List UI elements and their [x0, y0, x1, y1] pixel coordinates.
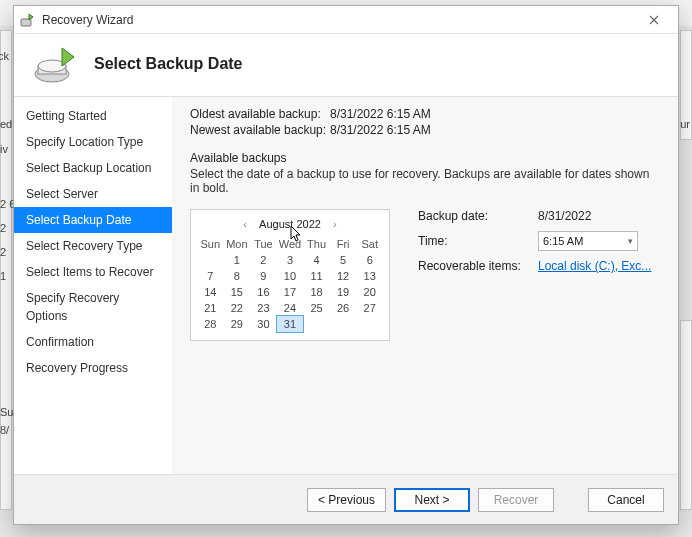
wizard-step[interactable]: Recovery Progress [14, 355, 172, 381]
calendar-day[interactable]: 30 [250, 316, 277, 332]
backup-date-label: Backup date: [418, 209, 538, 223]
recoverable-items-label: Recoverable items: [418, 259, 538, 273]
calendar-day[interactable]: 19 [330, 284, 357, 300]
calendar-day[interactable]: 26 [330, 300, 357, 316]
calendar-day[interactable]: 31 [277, 316, 304, 332]
calendar-day[interactable]: 17 [277, 284, 304, 300]
calendar-day[interactable]: 20 [356, 284, 383, 300]
window-title: Recovery Wizard [42, 13, 133, 27]
wizard-main-panel: Oldest available backup: 8/31/2022 6:15 … [172, 97, 678, 474]
wizard-step[interactable]: Specify Recovery Options [14, 285, 172, 329]
bg-text: 2 [0, 246, 6, 258]
newest-backup-label: Newest available backup: [190, 123, 330, 137]
bg-text: ck [0, 50, 12, 62]
wizard-step[interactable]: Confirmation [14, 329, 172, 355]
close-icon [649, 15, 659, 25]
calendar-day[interactable]: 4 [303, 252, 330, 268]
wizard-step[interactable]: Specify Location Type [14, 129, 172, 155]
calendar-day[interactable]: 15 [224, 284, 251, 300]
calendar-dow: Sat [356, 236, 383, 252]
recover-button: Recover [478, 488, 554, 512]
calendar-dow: Sun [197, 236, 224, 252]
available-backups-desc: Select the date of a backup to use for r… [190, 167, 660, 195]
calendar-dow: Mon [224, 236, 251, 252]
time-dropdown-value: 6:15 AM [543, 235, 583, 247]
title-bar[interactable]: Recovery Wizard [14, 6, 678, 34]
calendar-day[interactable]: 7 [197, 268, 224, 284]
calendar-day[interactable]: 21 [197, 300, 224, 316]
recovery-large-icon [32, 44, 80, 84]
newest-backup-value: 8/31/2022 6:15 AM [330, 123, 431, 137]
backup-date-value: 8/31/2022 [538, 209, 660, 223]
calendar-day[interactable]: 2 [250, 252, 277, 268]
calendar-day[interactable]: 13 [356, 268, 383, 284]
calendar-prev-month[interactable]: ‹ [239, 218, 251, 230]
calendar-day[interactable]: 28 [197, 316, 224, 332]
recoverable-items-link[interactable]: Local disk (C:), Exc... [538, 259, 651, 273]
available-backups-title: Available backups [190, 151, 660, 165]
calendar-dow: Tue [250, 236, 277, 252]
bg-text: iv [0, 143, 8, 155]
calendar-day[interactable]: 18 [303, 284, 330, 300]
calendar-day [303, 316, 330, 332]
next-button[interactable]: Next > [394, 488, 470, 512]
time-label: Time: [418, 234, 538, 248]
calendar-day[interactable]: 22 [224, 300, 251, 316]
previous-button[interactable]: < Previous [307, 488, 386, 512]
calendar-title: August 2022 [259, 218, 321, 230]
calendar-day[interactable]: 9 [250, 268, 277, 284]
calendar-dow: Thu [303, 236, 330, 252]
calendar-grid: SunMonTueWedThuFriSat1234567891011121314… [197, 236, 383, 332]
wizard-step[interactable]: Select Backup Date [14, 207, 172, 233]
calendar-day[interactable]: 11 [303, 268, 330, 284]
calendar-day [356, 316, 383, 332]
calendar-day [197, 252, 224, 268]
recovery-wizard-icon [20, 12, 36, 28]
recovery-wizard-dialog: Recovery Wizard Select Backup Date Getti… [13, 5, 679, 525]
wizard-footer: < Previous Next > Recover Cancel [14, 474, 678, 524]
calendar-day[interactable]: 8 [224, 268, 251, 284]
bg-text: 8/ [0, 424, 9, 436]
wizard-step[interactable]: Select Items to Recover [14, 259, 172, 285]
calendar-dow: Fri [330, 236, 357, 252]
calendar-day[interactable]: 29 [224, 316, 251, 332]
calendar-day[interactable]: 23 [250, 300, 277, 316]
calendar-day[interactable]: 1 [224, 252, 251, 268]
time-dropdown[interactable]: 6:15 AM ▾ [538, 231, 638, 251]
page-title: Select Backup Date [94, 55, 243, 73]
oldest-backup-label: Oldest available backup: [190, 107, 330, 121]
calendar-day[interactable]: 3 [277, 252, 304, 268]
bg-text: ed [0, 118, 12, 130]
bg-text: 1 [0, 270, 6, 282]
wizard-steps-sidebar: Getting StartedSpecify Location TypeSele… [14, 97, 172, 474]
close-button[interactable] [636, 9, 672, 31]
calendar-day[interactable]: 16 [250, 284, 277, 300]
calendar-next-month[interactable]: › [329, 218, 341, 230]
backup-calendar[interactable]: ‹ August 2022 › SunMonTueWedThuFriSat123… [190, 209, 390, 341]
calendar-day[interactable]: 5 [330, 252, 357, 268]
chevron-down-icon: ▾ [628, 236, 633, 246]
calendar-dow: Wed [277, 236, 304, 252]
bg-text: Su [0, 406, 13, 418]
wizard-step[interactable]: Select Recovery Type [14, 233, 172, 259]
wizard-step[interactable]: Select Backup Location [14, 155, 172, 181]
wizard-step[interactable]: Select Server [14, 181, 172, 207]
wizard-header: Select Backup Date [14, 34, 678, 97]
cancel-button[interactable]: Cancel [588, 488, 664, 512]
calendar-day[interactable]: 6 [356, 252, 383, 268]
calendar-day[interactable]: 24 [277, 300, 304, 316]
calendar-day[interactable]: 12 [330, 268, 357, 284]
calendar-day[interactable]: 27 [356, 300, 383, 316]
calendar-day[interactable]: 10 [277, 268, 304, 284]
calendar-day[interactable]: 25 [303, 300, 330, 316]
background-window-right-bot [680, 320, 692, 510]
bg-text: ur [680, 118, 690, 130]
oldest-backup-value: 8/31/2022 6:15 AM [330, 107, 431, 121]
calendar-day [330, 316, 357, 332]
calendar-day[interactable]: 14 [197, 284, 224, 300]
bg-text: 2 [0, 222, 6, 234]
backup-details: Backup date: 8/31/2022 Time: 6:15 AM ▾ [418, 209, 660, 281]
wizard-step[interactable]: Getting Started [14, 103, 172, 129]
